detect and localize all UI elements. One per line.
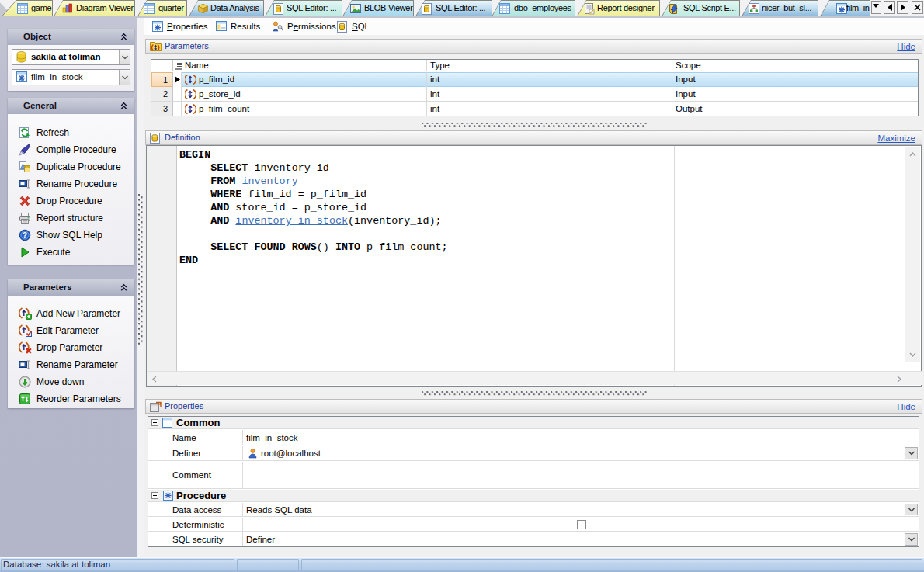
svg-text:?: ? bbox=[23, 231, 27, 240]
